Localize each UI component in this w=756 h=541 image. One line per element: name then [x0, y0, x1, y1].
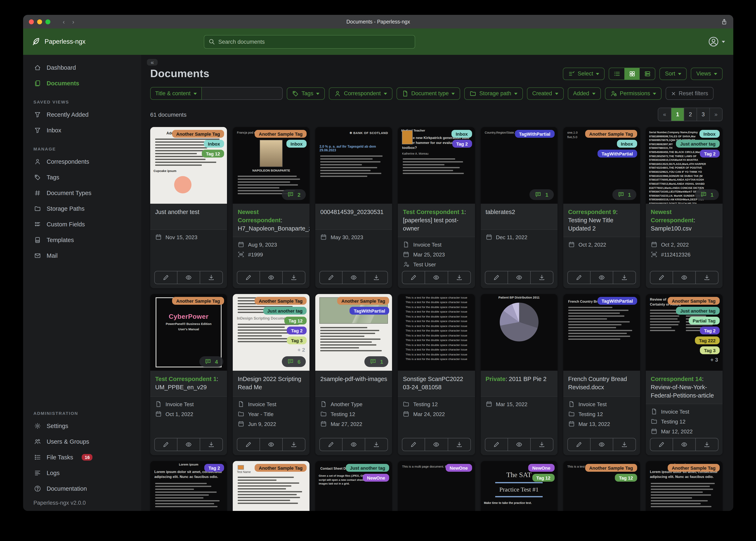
- document-thumbnail[interactable]: Patient BP Distribution 2011: [481, 294, 557, 371]
- tag-chip[interactable]: Another Sample Tag: [668, 464, 720, 472]
- document-card[interactable]: This is a test for the double space char…: [398, 294, 475, 455]
- document-correspondent-link[interactable]: Test Correspondent 1: [155, 376, 217, 382]
- document-card[interactable]: Review of … of Arbitral Awards … Certain…: [646, 294, 723, 455]
- view-document-button[interactable]: [260, 271, 282, 284]
- download-document-button[interactable]: [530, 438, 553, 451]
- view-document-button[interactable]: [673, 271, 695, 284]
- document-card[interactable]: Test NameAnother Sample Tag: [233, 461, 309, 511]
- document-title[interactable]: InDesign 2022 Scripting Read Me: [233, 371, 309, 396]
- document-card[interactable]: The SATPractice Test #1Make time to take…: [481, 461, 557, 511]
- view-document-button[interactable]: [673, 438, 695, 451]
- document-title[interactable]: Newest Correspondent: Sample100.csv: [646, 204, 723, 237]
- search-input[interactable]: [218, 39, 411, 45]
- document-title[interactable]: Test Correspondent 1: [paperless] test p…: [398, 204, 475, 237]
- view-list-button[interactable]: [609, 68, 625, 79]
- download-document-button[interactable]: [200, 271, 222, 284]
- document-title[interactable]: Newest Correspondent: H7_Napoleon_Bonapa…: [233, 204, 309, 237]
- document-card[interactable]: ✻ BANK OF SCOTLAND2,0 % p. a. auf Ihr Ta…: [315, 127, 392, 288]
- tag-chip[interactable]: Partial Tag: [689, 317, 720, 324]
- tag-chip[interactable]: NewOne: [363, 474, 389, 482]
- tag-chip[interactable]: Just another tag: [676, 307, 720, 314]
- sidebar-item-logs[interactable]: Logs: [23, 465, 141, 481]
- tag-chip[interactable]: Another Sample Tag: [585, 130, 637, 138]
- document-title[interactable]: 0004814539_20230531: [315, 204, 392, 229]
- filter-storage-path-button[interactable]: Storage path: [464, 87, 523, 100]
- document-card[interactable]: Serial Number,Company Name,Employ 978818…: [646, 127, 723, 288]
- document-correspondent-link[interactable]: Private: [485, 376, 506, 382]
- document-thumbnail[interactable]: Country,Region/State,"TagWithPartial1: [481, 127, 557, 204]
- document-thumbnail[interactable]: Francja pod rNAPOLEON BONAPARTEAnother S…: [233, 127, 309, 204]
- document-thumbnail[interactable]: Lorem ipsumLorem ipsum dolor sit amet, c…: [646, 461, 723, 511]
- document-card[interactable]: InDesign Scripting DocumentationAnother …: [233, 294, 309, 455]
- document-thumbnail[interactable]: Medical TeacherHas the new Kirkpatrick g…: [398, 127, 475, 204]
- sidebar-item-documents[interactable]: Documents: [23, 76, 141, 91]
- filter-tags-button[interactable]: Tags: [287, 87, 325, 100]
- document-card[interactable]: Contact Sheet DemoGiven a set of image f…: [315, 461, 392, 511]
- document-correspondent-link[interactable]: Newest Correspondent: [651, 209, 694, 224]
- document-thumbnail[interactable]: The SATPractice Test #1Make time to take…: [481, 461, 557, 511]
- document-correspondent-link[interactable]: Newest Correspondent: [238, 209, 281, 224]
- document-title[interactable]: tablerates2: [481, 204, 557, 229]
- tag-chip[interactable]: Just another tag: [263, 307, 307, 314]
- select-button[interactable]: Select: [563, 67, 605, 80]
- tag-chip[interactable]: Inbox: [286, 140, 307, 148]
- edit-document-button[interactable]: [568, 271, 590, 284]
- edit-document-button[interactable]: [403, 271, 425, 284]
- tag-chip[interactable]: Another Sample Tag: [255, 130, 307, 138]
- tag-chip[interactable]: TagWithPartial: [515, 130, 554, 138]
- document-thumbnail[interactable]: Test NameAnother Sample Tag: [233, 461, 309, 511]
- document-card[interactable]: Lorem ipsumLorem ipsum dolor sit amet, c…: [646, 461, 723, 511]
- sidebar-item-inbox[interactable]: Inbox: [23, 123, 141, 138]
- edit-document-button[interactable]: [403, 438, 425, 451]
- tag-chip[interactable]: Another Sample Tag: [585, 464, 637, 472]
- sidebar-item-templates[interactable]: Templates: [23, 232, 141, 248]
- document-title[interactable]: Sonstige ScanPC2022 03-24_081058: [398, 371, 475, 396]
- views-button[interactable]: Views: [691, 67, 723, 80]
- edit-document-button[interactable]: [568, 438, 590, 451]
- sidebar-item-settings[interactable]: Settings: [23, 418, 141, 434]
- pagination-next[interactable]: »: [709, 108, 722, 121]
- document-thumbnail[interactable]: CyberPowerPowerPanel® Business EditionUs…: [150, 294, 227, 371]
- tag-chip[interactable]: Tag 3: [700, 346, 720, 354]
- document-thumbnail[interactable]: Another Sample TagTagWithPartial1: [315, 294, 392, 371]
- sidebar-item-recently-added[interactable]: Recently Added: [23, 107, 141, 123]
- reset-filters-button[interactable]: ✕Reset filters: [666, 87, 713, 100]
- sidebar-item-users-groups[interactable]: Users & Groups: [23, 434, 141, 449]
- download-document-button[interactable]: [365, 438, 388, 451]
- edit-document-button[interactable]: [155, 438, 177, 451]
- filter-correspondent-button[interactable]: Correspondent: [329, 87, 392, 100]
- view-document-button[interactable]: [177, 271, 200, 284]
- pagination-page-3[interactable]: 3: [697, 108, 709, 121]
- edit-document-button[interactable]: [320, 438, 342, 451]
- tag-chip[interactable]: Just another tag: [676, 140, 720, 148]
- tag-chip[interactable]: Another Sample Tag: [337, 297, 389, 305]
- download-document-button[interactable]: [695, 438, 718, 451]
- sidebar-item-tags[interactable]: Tags: [23, 170, 141, 185]
- edit-document-button[interactable]: [320, 271, 342, 284]
- filter-permissions-button[interactable]: Permissions: [605, 87, 662, 100]
- tag-chip[interactable]: Tag 2: [204, 464, 224, 472]
- view-document-button[interactable]: [425, 271, 448, 284]
- view-document-button[interactable]: [425, 438, 448, 451]
- filter-created-button[interactable]: Created: [527, 87, 564, 100]
- tag-chip[interactable]: Tag 2: [287, 326, 307, 334]
- tag-chip[interactable]: Inbox: [204, 140, 224, 148]
- tag-chip[interactable]: Tag 12: [202, 150, 224, 158]
- view-details-button[interactable]: [640, 68, 655, 79]
- document-correspondent-link[interactable]: Correspondent 14: [651, 376, 702, 382]
- document-card[interactable]: Medical TeacherHas the new Kirkpatrick g…: [398, 127, 475, 288]
- download-document-button[interactable]: [613, 271, 636, 284]
- document-card[interactable]: This is a multi page document. Page 1.Ne…: [398, 461, 475, 511]
- document-correspondent-link[interactable]: Test Correspondent 1: [403, 209, 464, 215]
- tag-chip[interactable]: Another Sample Tag: [255, 464, 307, 472]
- document-thumbnail[interactable]: This is a test for the double space char…: [398, 294, 475, 371]
- edit-document-button[interactable]: [155, 271, 177, 284]
- tag-chip[interactable]: Inbox: [699, 130, 720, 138]
- share-icon[interactable]: [721, 18, 728, 25]
- view-document-button[interactable]: [507, 271, 530, 284]
- tag-chip[interactable]: Another Sample Tag: [172, 130, 224, 138]
- view-document-button[interactable]: [342, 271, 365, 284]
- download-document-button[interactable]: [695, 271, 718, 284]
- view-document-button[interactable]: [342, 438, 365, 451]
- view-document-button[interactable]: [590, 438, 613, 451]
